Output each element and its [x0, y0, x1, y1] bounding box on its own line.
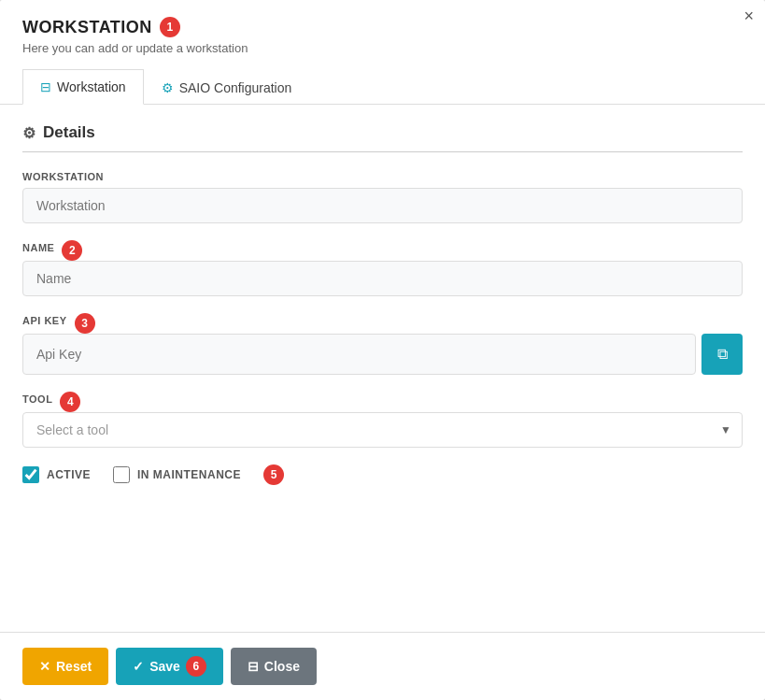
tool-select-wrapper: Select a tool ▼ [22, 412, 743, 448]
copy-api-key-button[interactable]: ⧉ [701, 334, 743, 375]
save-icon: ✓ [133, 659, 144, 674]
active-label: ACTIVE [47, 468, 91, 481]
tab-workstation[interactable]: ⊟ Workstation [22, 69, 144, 105]
tool-select[interactable]: Select a tool [22, 412, 743, 448]
reset-label: Reset [56, 659, 92, 674]
modal-subtitle: Here you can add or update a workstation [22, 41, 743, 55]
in-maintenance-checkbox[interactable] [113, 466, 130, 483]
copy-icon: ⧉ [717, 346, 728, 363]
save-label: Save [149, 659, 180, 674]
close-icon: ⊟ [248, 659, 259, 674]
modal-title: WORKSTATION [22, 18, 152, 37]
close-button[interactable]: ⊟ Close [231, 648, 317, 685]
section-title: Details [43, 123, 95, 142]
in-maintenance-label: IN MAINTENANCE [137, 468, 241, 481]
workstation-field-group: WORKSTATION [22, 171, 743, 223]
step-badge-3: 3 [75, 313, 95, 334]
tab-workstation-label: Workstation [57, 79, 126, 94]
tabs-container: ⊟ Workstation ⚙ SAIO Configuration [0, 68, 765, 105]
workstation-tab-icon: ⊟ [40, 79, 51, 94]
reset-icon: ✕ [39, 659, 50, 674]
close-label: Close [264, 659, 300, 674]
name-input[interactable] [22, 261, 743, 296]
modal-body: ⚙ Details WORKSTATION NAME 2 API KEY 3 ⧉ [0, 105, 765, 504]
active-checkbox[interactable] [22, 466, 39, 483]
modal-footer: ✕ Reset ✓ Save 6 ⊟ Close [0, 632, 765, 700]
tab-saio-configuration[interactable]: ⚙ SAIO Configuration [144, 69, 310, 105]
section-header: ⚙ Details [22, 123, 743, 152]
api-key-input[interactable] [22, 334, 696, 375]
step-badge-4: 4 [60, 392, 80, 412]
api-key-field-group: API KEY 3 ⧉ [22, 313, 743, 375]
name-label: NAME [22, 242, 54, 253]
step-badge-1: 1 [160, 17, 180, 37]
step-badge-6: 6 [186, 656, 206, 677]
in-maintenance-checkbox-label[interactable]: IN MAINTENANCE [113, 466, 241, 483]
name-field-group: NAME 2 [22, 240, 743, 296]
checkboxes-row: ACTIVE IN MAINTENANCE 5 [22, 464, 743, 485]
tool-field-group: TOOL 4 Select a tool ▼ [22, 392, 743, 448]
step-badge-5: 5 [263, 464, 284, 485]
reset-button[interactable]: ✕ Reset [22, 648, 108, 685]
saio-tab-icon: ⚙ [162, 80, 174, 95]
step-badge-2: 2 [62, 240, 82, 261]
tool-label: TOOL [22, 393, 52, 405]
tab-saio-label: SAIO Configuration [179, 80, 292, 95]
modal: × WORKSTATION 1 Here you can add or upda… [0, 0, 765, 700]
modal-close-button[interactable]: × [744, 7, 754, 24]
api-key-label: API KEY [22, 315, 67, 326]
workstation-label: WORKSTATION [22, 171, 743, 182]
modal-header: WORKSTATION 1 Here you can add or update… [0, 0, 765, 64]
details-section-icon: ⚙ [22, 124, 35, 142]
save-button[interactable]: ✓ Save 6 [116, 648, 223, 685]
api-key-input-group: ⧉ [22, 334, 743, 375]
workstation-input[interactable] [22, 188, 743, 223]
active-checkbox-label[interactable]: ACTIVE [22, 466, 91, 483]
